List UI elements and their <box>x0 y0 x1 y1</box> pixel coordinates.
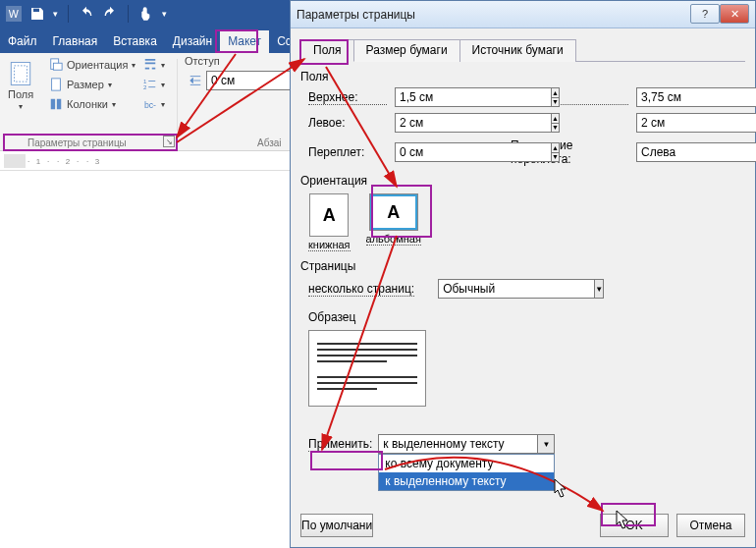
margins-icon <box>8 61 33 86</box>
indent-left-row: ▲▼ <box>185 71 271 90</box>
orientation-button[interactable]: Ориентация▾ <box>45 55 139 75</box>
qat-dropdown-icon[interactable]: ▾ <box>53 9 58 19</box>
combo-gutterpos[interactable]: ▼ <box>636 142 734 162</box>
ok-button[interactable]: OK <box>600 514 669 537</box>
page-setup-launcher[interactable]: ↘ <box>163 136 175 147</box>
ribbon-tabs: Файл Главная Вставка Дизайн Макет Ссы <box>0 27 290 53</box>
size-icon <box>49 78 63 91</box>
label-apply: Применить: <box>308 437 372 452</box>
ribbon: Поля ▾ Ориентация▾ Размер▾ Колонки▾ ▾ 12… <box>0 53 290 151</box>
combo-apply[interactable]: ▼ ко всему документу к выделенному текст… <box>378 434 555 454</box>
dialog-tabs: Поля Размер бумаги Источник бумаги <box>300 38 745 62</box>
line-numbers-button[interactable]: 12▾ <box>139 75 169 94</box>
dlg-tab-source[interactable]: Источник бумаги <box>459 39 576 62</box>
svg-rect-6 <box>53 63 62 70</box>
svg-rect-8 <box>51 99 55 110</box>
apply-option-whole[interactable]: ко всему документу <box>379 455 554 472</box>
document-area[interactable] <box>0 171 290 548</box>
label-top: Верхнее: <box>308 90 387 105</box>
input-right[interactable]: ▲▼ <box>636 113 734 133</box>
section-orientation: Ориентация <box>300 174 745 188</box>
dlg-tab-fields[interactable]: Поля <box>300 39 354 62</box>
input-gutter[interactable]: ▲▼ <box>395 142 503 162</box>
svg-text:W: W <box>9 8 20 20</box>
word-icon: W <box>6 6 22 22</box>
indent-left-icon <box>189 74 202 87</box>
touch-mode-icon[interactable] <box>138 6 154 22</box>
tab-file[interactable]: Файл <box>0 30 45 53</box>
label-multipages: несколько страниц: <box>308 282 414 297</box>
orientation-icon <box>49 58 63 72</box>
columns-button[interactable]: Колонки▾ <box>45 94 139 114</box>
group-page-setup-label: Параметры страницы <box>27 137 127 148</box>
tab-layout[interactable]: Макет <box>220 30 269 53</box>
svg-rect-2 <box>33 9 39 12</box>
qat: W ▾ ▾ <box>0 0 290 27</box>
label-left: Левое: <box>308 116 387 130</box>
svg-text:bc-: bc- <box>144 100 156 110</box>
svg-text:2: 2 <box>143 83 147 90</box>
svg-rect-7 <box>52 79 61 90</box>
close-button[interactable]: ✕ <box>720 4 749 24</box>
line-numbers-icon: 12 <box>143 78 157 91</box>
breaks-icon <box>143 58 157 72</box>
cancel-button[interactable]: Отмена <box>676 514 745 537</box>
page-setup-dialog: Параметры страницы ? ✕ Поля Размер бумаг… <box>290 0 756 548</box>
help-button[interactable]: ? <box>690 4 720 24</box>
section-margins: Поля <box>300 70 745 83</box>
indent-left-input[interactable]: ▲▼ <box>206 71 267 90</box>
margins-button[interactable]: Поля ▾ <box>2 57 39 115</box>
combo-multipages[interactable]: ▼ <box>438 279 595 299</box>
dialog-title: Параметры страницы <box>297 8 415 22</box>
orientation-landscape[interactable]: A альбомная <box>366 193 421 251</box>
default-button[interactable]: По умолчани <box>300 514 373 537</box>
breaks-button[interactable]: ▾ <box>139 55 169 75</box>
indent-label: Отступ <box>185 55 271 67</box>
orientation-portrait[interactable]: A книжная <box>308 193 351 251</box>
section-preview: Образец <box>308 310 745 324</box>
dialog-titlebar[interactable]: Параметры страницы ? ✕ <box>291 1 755 28</box>
undo-icon[interactable] <box>79 6 94 22</box>
qat-more-icon[interactable]: ▾ <box>162 9 167 19</box>
redo-icon[interactable] <box>102 6 118 22</box>
apply-option-selection[interactable]: к выделенному тексту <box>379 472 554 490</box>
input-bottom[interactable]: ▲▼ <box>636 87 734 107</box>
svg-rect-9 <box>57 99 61 110</box>
tab-insert[interactable]: Вставка <box>105 30 165 53</box>
size-button[interactable]: Размер▾ <box>45 75 139 94</box>
columns-icon <box>49 97 63 111</box>
section-pages: Страницы <box>300 259 745 273</box>
label-gutter: Переплет: <box>308 145 387 159</box>
apply-dropdown-list: ко всему документу к выделенному тексту <box>378 454 555 491</box>
save-icon[interactable] <box>29 6 45 22</box>
hyphenation-button[interactable]: bc-▾ <box>139 94 169 114</box>
hyphenation-icon: bc- <box>143 97 157 111</box>
preview-thumbnail <box>308 330 426 407</box>
tab-design[interactable]: Дизайн <box>165 30 220 53</box>
input-left[interactable]: ▲▼ <box>395 113 503 133</box>
group-paragraph-label: Абзаі <box>257 137 282 148</box>
input-top[interactable]: ▲▼ <box>395 87 503 107</box>
tab-home[interactable]: Главная <box>45 30 106 53</box>
margins-label: Поля <box>8 88 33 100</box>
ruler: ·1·· 2··3 <box>0 151 290 171</box>
dlg-tab-paper[interactable]: Размер бумаги <box>353 39 460 62</box>
